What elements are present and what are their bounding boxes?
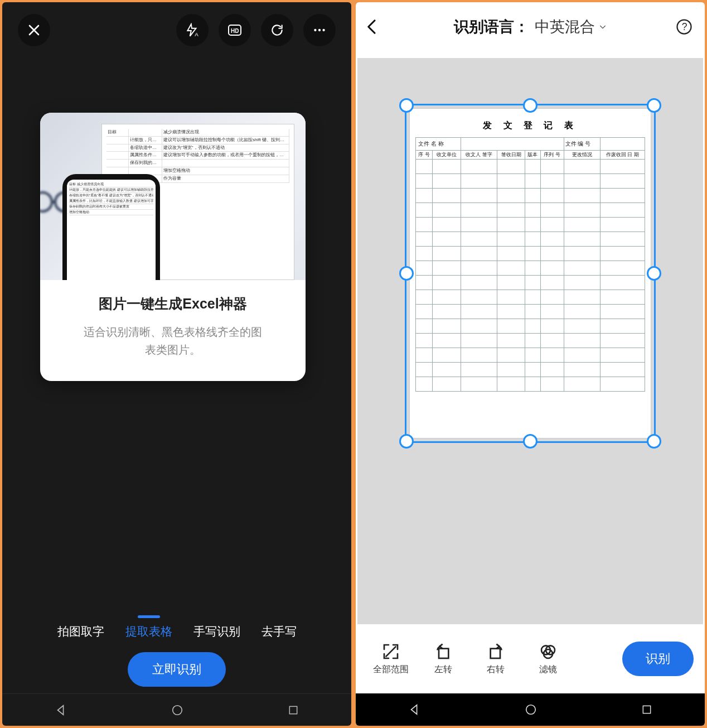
- sample-cell: 建议可以增加辅助段拉控制每个功能（比如按shift 键、按到控制、只可崩放）: [162, 137, 289, 144]
- svg-point-17: [526, 705, 536, 715]
- svg-text:A: A: [195, 31, 198, 37]
- svg-point-4: [318, 29, 321, 31]
- rotate-left-icon: [434, 643, 452, 660]
- expand-icon: [382, 643, 400, 660]
- svg-rect-12: [439, 648, 448, 658]
- more-icon: [312, 23, 327, 37]
- refresh-button[interactable]: [261, 14, 293, 46]
- svg-point-6: [40, 192, 52, 211]
- sample-cell: [162, 160, 289, 167]
- crop-handle-mr[interactable]: [647, 266, 661, 281]
- language-value: 中英混合: [535, 17, 595, 37]
- sample-cell: [106, 160, 129, 167]
- close-button[interactable]: [18, 14, 50, 46]
- sample-cell: 作为容量: [162, 175, 289, 183]
- crop-handle-br[interactable]: [647, 434, 661, 449]
- crop-handle-tr[interactable]: [647, 98, 661, 113]
- sample-cell: 各缩轨道中的"底色"看不懂: [129, 144, 162, 152]
- tab-handwriting[interactable]: 手写识别: [193, 616, 240, 639]
- svg-rect-13: [491, 648, 500, 658]
- tool-rotate-left[interactable]: 左转: [419, 643, 467, 676]
- crop-handle-tl[interactable]: [399, 98, 414, 113]
- tab-remove-handwriting[interactable]: 去手写: [262, 616, 297, 639]
- tool-filter[interactable]: 滤镜: [524, 643, 572, 676]
- close-icon: [27, 23, 41, 37]
- hd-button[interactable]: HD: [219, 14, 251, 46]
- nav-home-icon[interactable]: [171, 704, 183, 716]
- sample-cell: 保存到我的作品时画布大小不应该被重置: [129, 160, 162, 167]
- crop-handle-bc[interactable]: [523, 434, 537, 449]
- hd-icon: HD: [226, 22, 243, 38]
- tab-photo-text[interactable]: 拍图取字: [57, 616, 104, 639]
- nav-back-icon[interactable]: [408, 703, 420, 716]
- chevron-down-icon: [598, 22, 607, 31]
- feature-card: 目标减少崩溃情况出现计能放，只能点击选中拉延能效建议可以增加辅助段拉控制每个功能…: [40, 113, 306, 381]
- svg-text:?: ?: [682, 21, 687, 32]
- flash-button[interactable]: A: [176, 14, 209, 46]
- phone-mockup: 目标 减少崩溃情况出现 计能放，只能点击选中拉延能效 建议可以增加辅助段拉控制每…: [62, 174, 160, 280]
- help-icon: ?: [676, 18, 693, 35]
- editor-screen: 识别语言： 中英混合 ? 发 文 登 记 表 文件 名 称 文件 编 号: [356, 2, 705, 726]
- svg-point-3: [314, 29, 316, 31]
- chevron-left-icon: [364, 18, 380, 35]
- help-button[interactable]: ?: [676, 18, 693, 35]
- sample-cell: [106, 137, 129, 144]
- crop-handle-ml[interactable]: [399, 266, 414, 281]
- flash-auto-icon: A: [185, 23, 200, 37]
- feature-card-desc: 适合识别清晰、黑色表格线齐全的图 表类图片。: [56, 323, 290, 359]
- android-navbar-left: [2, 693, 351, 726]
- recognize-button[interactable]: 识别: [622, 642, 694, 676]
- recognize-now-button[interactable]: 立即识别: [128, 652, 226, 687]
- feature-card-title: 图片一键生成Excel神器: [56, 295, 290, 313]
- android-navbar-right: [356, 693, 705, 726]
- crop-handle-tc[interactable]: [523, 98, 537, 113]
- nav-back-icon[interactable]: [55, 704, 67, 716]
- svg-rect-9: [290, 706, 297, 713]
- nav-recent-icon[interactable]: [641, 704, 652, 715]
- sample-cell: 增加空格拖动: [162, 167, 289, 175]
- rotate-right-icon: [487, 643, 505, 660]
- editor-canvas: 发 文 登 记 表 文件 名 称 文件 编 号 序 号收文单位收文人 签字签收日…: [357, 58, 703, 624]
- crop-handle-bl[interactable]: [399, 434, 414, 449]
- editor-header: 识别语言： 中英混合 ?: [356, 2, 705, 51]
- back-button[interactable]: [364, 18, 380, 35]
- sample-cell: [106, 152, 129, 160]
- nav-recent-icon[interactable]: [288, 705, 299, 716]
- sample-cell: 属属性条件，比如环径，不能直接输入数值: [129, 152, 162, 160]
- more-button[interactable]: [303, 14, 336, 46]
- svg-point-8: [173, 705, 182, 715]
- sample-cell: 减少崩溃情况出现: [162, 129, 289, 137]
- sample-cell: 建议增加可手动输入参数的功能，或者用一个重制的按钮，一并传动了，别再不回来（拖动…: [162, 152, 289, 160]
- sample-cell: 建议改为"增宽"，否则认不通动: [162, 144, 289, 152]
- filter-icon: [539, 643, 557, 660]
- sample-cell: 计能放，只能点击选中拉延能效: [129, 137, 162, 144]
- tab-extract-table[interactable]: 提取表格: [125, 616, 172, 639]
- language-label: 识别语言：: [454, 17, 529, 37]
- crop-target[interactable]: 发 文 登 记 表 文件 名 称 文件 编 号 序 号收文单位收文人 签字签收日…: [409, 108, 651, 438]
- tool-full-range[interactable]: 全部范围: [367, 643, 415, 676]
- mode-strip: 拍图取字 提取表格 手写识别 去手写: [2, 616, 351, 639]
- svg-rect-18: [643, 706, 651, 713]
- language-selector[interactable]: 识别语言： 中英混合: [356, 17, 705, 37]
- camera-screen: A HD: [2, 2, 351, 726]
- crop-frame[interactable]: [405, 104, 656, 443]
- tool-rotate-right[interactable]: 右转: [472, 643, 520, 676]
- sample-cell: [106, 144, 129, 152]
- nav-home-icon[interactable]: [525, 703, 537, 716]
- svg-point-5: [322, 29, 325, 31]
- camera-topbar: A HD: [2, 2, 351, 58]
- feature-card-image: 目标减少崩溃情况出现计能放，只能点击选中拉延能效建议可以增加辅助段拉控制每个功能…: [40, 113, 306, 280]
- refresh-icon: [270, 23, 284, 37]
- svg-text:HD: HD: [231, 28, 239, 34]
- sample-cell: [129, 129, 162, 137]
- editor-toolbar: 全部范围 左转 右转 滤镜 识别: [356, 624, 705, 693]
- sample-cell: 目标: [106, 129, 129, 137]
